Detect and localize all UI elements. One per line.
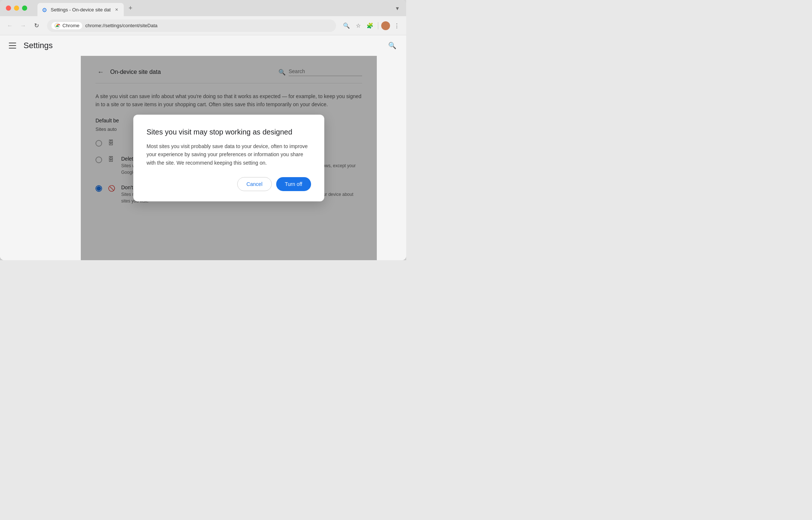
close-traffic-light[interactable] [6, 6, 11, 11]
turn-off-button[interactable]: Turn off [276, 177, 311, 191]
settings-page: Settings 🔍 ← On-device site data 🔍 [0, 35, 406, 260]
dialog-title: Sites you visit may stop working as desi… [147, 128, 311, 136]
maximize-traffic-light[interactable] [22, 6, 27, 11]
sidebar [0, 56, 81, 260]
tab-favicon-icon: ⚙ [42, 7, 48, 12]
tab-bar: ⚙ Settings - On-device site dat ✕ + ▾ [0, 0, 406, 16]
nav-actions: 🔍 ☆ 🧩 ⋮ [341, 21, 402, 31]
confirmation-dialog: Sites you visit may stop working as desi… [133, 115, 324, 201]
settings-header: Settings 🔍 [0, 35, 406, 56]
browser-window: ⚙ Settings - On-device site dat ✕ + ▾ ← … [0, 0, 406, 260]
extensions-button[interactable]: 🧩 [365, 21, 375, 31]
page-search-button[interactable]: 🔍 [341, 21, 351, 31]
site-badge-label: Chrome [62, 23, 79, 28]
active-tab[interactable]: ⚙ Settings - On-device site dat ✕ [37, 3, 124, 16]
right-sidebar [377, 56, 406, 260]
tab-close-button[interactable]: ✕ [113, 7, 119, 12]
nav-divider [378, 22, 378, 29]
dialog-body: Most sites you visit probably save data … [147, 142, 311, 167]
minimize-traffic-light[interactable] [14, 6, 19, 11]
dialog-actions: Cancel Turn off [147, 177, 311, 191]
site-badge: Chrome [51, 22, 82, 29]
tab-dropdown-button[interactable]: ▾ [393, 4, 402, 12]
address-url: chrome://settings/content/siteData [85, 23, 332, 28]
cancel-button[interactable]: Cancel [237, 177, 272, 191]
bookmark-button[interactable]: ☆ [353, 21, 363, 31]
new-tab-button[interactable]: + [125, 3, 136, 13]
chrome-logo-icon [54, 23, 60, 29]
forward-button[interactable]: → [18, 20, 29, 31]
tab-title: Settings - On-device site dat [51, 7, 111, 12]
avatar[interactable] [381, 21, 390, 30]
back-button[interactable]: ← [4, 20, 15, 31]
traffic-lights [6, 6, 27, 11]
settings-content: ← On-device site data 🔍 A site you visit… [0, 56, 406, 260]
settings-page-title: Settings [24, 41, 380, 50]
main-content: ← On-device site data 🔍 A site you visit… [81, 56, 377, 260]
nav-bar: ← → ↻ Chrome chrome://settings/content/s… [0, 16, 406, 35]
settings-search-button[interactable]: 🔍 [386, 39, 399, 52]
refresh-button[interactable]: ↻ [31, 20, 42, 31]
chrome-menu-button[interactable]: ⋮ [391, 21, 402, 31]
address-bar[interactable]: Chrome chrome://settings/content/siteDat… [47, 19, 336, 32]
hamburger-menu-button[interactable] [7, 40, 18, 51]
